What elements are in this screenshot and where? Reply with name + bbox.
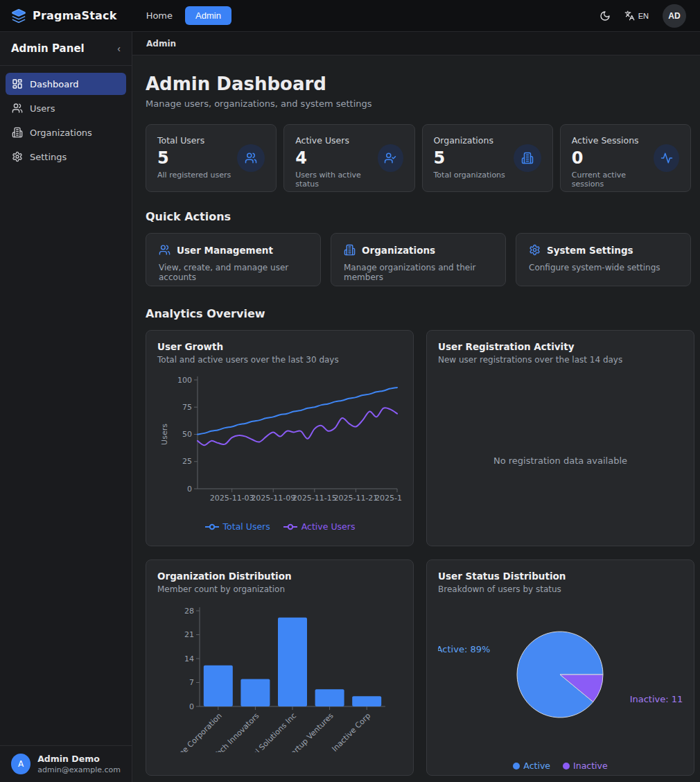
svg-text:2025-11-03: 2025-11-03 <box>210 494 254 503</box>
svg-text:2025-11-27: 2025-11-27 <box>375 494 402 503</box>
svg-text:2025-11-15: 2025-11-15 <box>292 494 337 503</box>
sidebar-item-dashboard[interactable]: Dashboard <box>6 73 126 95</box>
legend-dot <box>563 763 570 770</box>
stat-desc: All registered users <box>157 171 231 180</box>
pie-chart-legend: ActiveInactive <box>438 761 683 772</box>
user-growth-card: User Growth Total and active users over … <box>146 330 414 546</box>
legend-dot <box>513 763 520 770</box>
svg-text:Users: Users <box>160 424 169 445</box>
quick-action-system-settings[interactable]: System Settings Configure system-wide se… <box>516 233 691 286</box>
user-avatar[interactable]: AD <box>663 4 686 28</box>
svg-text:75: 75 <box>182 403 192 412</box>
empty-state-message: No registration data available <box>427 455 694 466</box>
quick-action-title: Organizations <box>362 245 435 256</box>
quick-action-title: System Settings <box>547 245 633 256</box>
quick-actions-grid: User Management View, create, and manage… <box>146 233 691 286</box>
svg-text:50: 50 <box>182 430 192 439</box>
svg-text:28: 28 <box>184 607 194 616</box>
chart-subtitle: Member count by organization <box>157 584 402 594</box>
brand-name: PragmaStack <box>33 9 117 22</box>
sidebar-item-users[interactable]: Users <box>6 97 126 119</box>
languages-icon <box>624 10 635 21</box>
stat-value: 4 <box>295 148 378 168</box>
stat-card-active-sessions: Active Sessions 0 Current active session… <box>560 124 691 192</box>
user-avatar-small: A <box>11 754 30 774</box>
quick-action-desc: Configure system-wide settings <box>529 263 678 272</box>
quick-action-desc: Manage organizations and their members <box>344 263 493 282</box>
quick-action-user-management[interactable]: User Management View, create, and manage… <box>146 233 321 286</box>
activity-icon <box>654 144 679 172</box>
language-code: EN <box>638 12 649 20</box>
moon-icon <box>600 10 611 21</box>
stat-card-total-users: Total Users 5 All registered users <box>146 124 277 192</box>
dark-mode-toggle[interactable] <box>600 10 611 21</box>
admin-sidebar: Admin Panel ‹ Dashboard Users <box>0 32 132 782</box>
top-navbar: PragmaStack Home Admin EN AD <box>0 0 700 32</box>
organization-bar-chart: 07142128Acme CorporationTech InnovatorsG… <box>157 604 402 752</box>
user-registration-card: User Registration Activity New user regi… <box>426 330 694 546</box>
stat-label: Total Users <box>157 135 231 146</box>
legend-line-marker <box>283 523 298 530</box>
chart-title: Organization Distribution <box>157 571 402 582</box>
sidebar-item-label: Dashboard <box>30 79 79 89</box>
sidebar-collapse-button[interactable]: ‹ <box>117 43 121 54</box>
user-check-icon <box>378 144 403 172</box>
sidebar-item-label: Organizations <box>30 128 92 138</box>
sidebar-nav: Dashboard Users Organizations <box>0 66 132 177</box>
topbar-actions: EN AD <box>600 4 686 28</box>
stat-desc: Current active sessions <box>572 171 654 189</box>
page-title: Admin Dashboard <box>146 73 691 94</box>
svg-text:2025-11-21: 2025-11-21 <box>333 494 378 503</box>
user-growth-line-chart: 02550751002025-11-032025-11-092025-11-15… <box>157 374 402 512</box>
dashboard-icon <box>12 78 23 89</box>
charts-grid: User Growth Total and active users over … <box>146 330 691 776</box>
stat-label: Organizations <box>434 135 505 146</box>
sidebar-item-label: Settings <box>30 152 67 162</box>
user-status-pie-chart: Active: 89%Inactive: 11% <box>438 604 683 751</box>
svg-text:Inactive Corp: Inactive Corp <box>330 711 372 752</box>
gear-icon <box>12 151 23 162</box>
stat-value: 5 <box>157 148 231 168</box>
sidebar-title: Admin Panel <box>11 42 85 55</box>
sidebar-user-footer[interactable]: A Admin Demo admin@example.com <box>0 745 132 782</box>
chart-subtitle: Breakdown of users by status <box>438 584 683 594</box>
svg-text:14: 14 <box>184 654 194 663</box>
stat-label: Active Sessions <box>572 135 654 146</box>
nav-link-home[interactable]: Home <box>141 6 178 25</box>
quick-actions-heading: Quick Actions <box>146 210 691 223</box>
svg-text:Active: 89%: Active: 89% <box>438 644 490 654</box>
svg-text:Global Solutions Inc: Global Solutions Inc <box>238 711 298 752</box>
stat-value: 5 <box>434 148 505 168</box>
page-subtitle: Manage users, organizations, and system … <box>146 98 691 109</box>
svg-text:Inactive: 11%: Inactive: 11% <box>630 694 683 704</box>
layers-icon <box>11 8 26 24</box>
sidebar-item-label: Users <box>30 103 55 114</box>
dashboard-content: Admin Dashboard Manage users, organizati… <box>132 55 700 782</box>
nav-link-admin[interactable]: Admin <box>185 6 231 25</box>
svg-text:25: 25 <box>182 457 192 466</box>
line-chart-legend: Total UsersActive Users <box>157 521 402 532</box>
stats-grid: Total Users 5 All registered users Activ… <box>146 124 691 192</box>
building-icon <box>12 127 23 138</box>
brand-logo[interactable]: PragmaStack <box>11 8 117 24</box>
stat-value: 0 <box>572 148 654 168</box>
building-icon <box>514 144 541 172</box>
users-icon <box>12 103 23 114</box>
sidebar-header: Admin Panel ‹ <box>0 32 132 66</box>
breadcrumb[interactable]: Admin <box>146 39 176 49</box>
legend-item[interactable]: Total Users <box>204 521 270 532</box>
quick-action-desc: View, create, and manage user accounts <box>159 263 308 282</box>
svg-text:0: 0 <box>189 702 194 711</box>
legend-item[interactable]: Active Users <box>283 521 356 532</box>
user-name: Admin Demo <box>37 754 121 764</box>
legend-item[interactable]: Inactive <box>563 761 608 771</box>
language-selector[interactable]: EN <box>624 10 649 21</box>
svg-text:2025-11-09: 2025-11-09 <box>251 494 295 503</box>
legend-item[interactable]: Active <box>513 761 550 771</box>
sidebar-item-organizations[interactable]: Organizations <box>6 121 126 144</box>
sidebar-item-settings[interactable]: Settings <box>6 146 126 168</box>
quick-action-organizations[interactable]: Organizations Manage organizations and t… <box>331 233 506 286</box>
analytics-heading: Analytics Overview <box>146 307 691 320</box>
stat-desc: Users with active status <box>295 171 378 189</box>
quick-action-title: User Management <box>177 245 273 256</box>
